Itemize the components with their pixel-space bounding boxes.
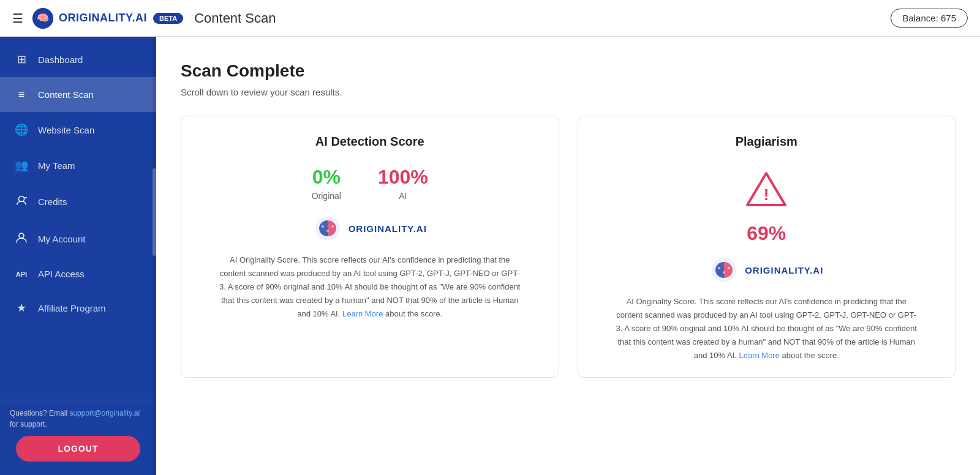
- sidebar-item-my-team[interactable]: 👥 My Team: [0, 148, 156, 183]
- sidebar-item-content-scan[interactable]: ≡ Content Scan: [0, 77, 156, 112]
- plagiarism-brand-text: ORIGINALITY.AI: [745, 265, 823, 275]
- page-subtitle: Scroll down to review your scan results.: [181, 87, 956, 97]
- ai-card-brand-text: ORIGINALITY.AI: [349, 223, 427, 234]
- plagiarism-card-brand: ORIGINALITY.AI: [709, 257, 823, 283]
- sidebar-item-api-access-label: API Access: [38, 269, 85, 279]
- support-email-link[interactable]: support@originality.ai: [69, 409, 140, 417]
- header-page-title: Content Scan: [194, 10, 276, 26]
- logo-area: 🧠 ORIGINALITY.AI: [32, 7, 147, 29]
- plagiarism-card-brain-icon: [709, 257, 739, 283]
- balance-badge: Balance: 675: [891, 9, 968, 28]
- main-content: Scan Complete Scroll down to review your…: [156, 37, 980, 475]
- logout-button[interactable]: LOGOUT: [16, 436, 140, 462]
- sidebar-item-my-team-label: My Team: [38, 160, 75, 171]
- api-access-icon: API: [15, 271, 28, 278]
- sidebar-item-website-scan[interactable]: 🌐 Website Scan: [0, 112, 156, 148]
- ai-scores-row: 0% Original 100% AI: [312, 166, 428, 201]
- sidebar-item-credits[interactable]: Credits: [0, 183, 156, 220]
- beta-badge: BETA: [153, 13, 183, 24]
- dashboard-icon: ⊞: [15, 53, 28, 66]
- svg-point-2: [19, 196, 24, 202]
- ai-card-title: AI Detection Score: [315, 135, 424, 149]
- sidebar-item-api-access[interactable]: API API Access: [0, 258, 156, 290]
- affiliate-icon: ★: [15, 301, 28, 315]
- content-scan-icon: ≡: [15, 88, 28, 101]
- my-team-icon: 👥: [15, 159, 28, 172]
- svg-point-13: [728, 267, 730, 269]
- ai-card-brand: ORIGINALITY.AI: [313, 215, 427, 241]
- credits-icon: [15, 194, 28, 209]
- ai-card-brain-icon: [313, 215, 342, 241]
- logo-brain-icon: 🧠: [32, 7, 54, 29]
- page-title: Scan Complete: [181, 61, 956, 81]
- website-scan-icon: 🌐: [15, 123, 28, 137]
- logo-text: ORIGINALITY.AI: [59, 12, 147, 24]
- hamburger-icon[interactable]: ☰: [12, 11, 23, 26]
- sidebar-scroll: ⊞ Dashboard ≡ Content Scan 🌐 Website Sca…: [0, 37, 156, 400]
- sidebar-item-credits-label: Credits: [38, 196, 67, 207]
- plagiarism-score-value: 69%: [747, 222, 786, 245]
- ai-score-item: 100% AI: [378, 166, 428, 201]
- plagiarism-learn-more-link[interactable]: Learn More: [739, 351, 779, 360]
- svg-text:!: !: [764, 185, 769, 204]
- original-score-item: 0% Original: [312, 166, 341, 201]
- sidebar-item-content-scan-label: Content Scan: [38, 89, 94, 100]
- ai-score-value: 100%: [378, 166, 428, 189]
- ai-score-label: AI: [378, 191, 428, 201]
- plagiarism-card-title: Plagiarism: [736, 135, 797, 149]
- original-score-label: Original: [312, 191, 341, 201]
- svg-point-7: [331, 225, 334, 228]
- app-body: ⊞ Dashboard ≡ Content Scan 🌐 Website Sca…: [0, 37, 980, 475]
- svg-point-12: [718, 267, 720, 269]
- sidebar-item-my-account[interactable]: My Account: [0, 220, 156, 258]
- sidebar-footer: Questions? Email support@originality.ai …: [0, 400, 156, 475]
- ai-detection-card: AI Detection Score 0% Original 100% AI: [181, 116, 559, 378]
- sidebar-scrollbar-track: [153, 37, 156, 475]
- sidebar: ⊞ Dashboard ≡ Content Scan 🌐 Website Sca…: [0, 37, 156, 475]
- svg-point-8: [326, 230, 329, 232]
- ai-card-description: AI Originality Score. This score reflect…: [217, 253, 523, 321]
- sidebar-item-website-scan-label: Website Scan: [38, 125, 94, 135]
- svg-text:🧠: 🧠: [37, 12, 50, 24]
- svg-point-6: [322, 225, 324, 228]
- sidebar-item-dashboard-label: Dashboard: [38, 54, 83, 65]
- svg-point-4: [19, 233, 24, 238]
- plagiarism-card-description: AI Originality Score. This score reflect…: [613, 295, 919, 362]
- svg-point-14: [723, 271, 725, 274]
- sidebar-item-dashboard[interactable]: ⊞ Dashboard: [0, 42, 156, 77]
- sidebar-item-affiliate-program[interactable]: ★ Affiliate Program: [0, 290, 156, 326]
- original-score-value: 0%: [312, 166, 341, 189]
- sidebar-scrollbar-thumb: [153, 168, 156, 256]
- sidebar-item-my-account-label: My Account: [38, 234, 86, 244]
- top-header: ☰ 🧠 ORIGINALITY.AI BETA Content Scan Bal…: [0, 0, 980, 37]
- sidebar-item-affiliate-label: Affiliate Program: [38, 303, 106, 313]
- cards-row: AI Detection Score 0% Original 100% AI: [181, 116, 956, 378]
- warning-triangle-icon: !: [745, 171, 788, 208]
- my-account-icon: [15, 231, 28, 247]
- ai-learn-more-link[interactable]: Learn More: [342, 309, 383, 318]
- sidebar-question: Questions? Email support@originality.ai …: [10, 408, 146, 430]
- plagiarism-card: Plagiarism ! 69%: [578, 116, 956, 378]
